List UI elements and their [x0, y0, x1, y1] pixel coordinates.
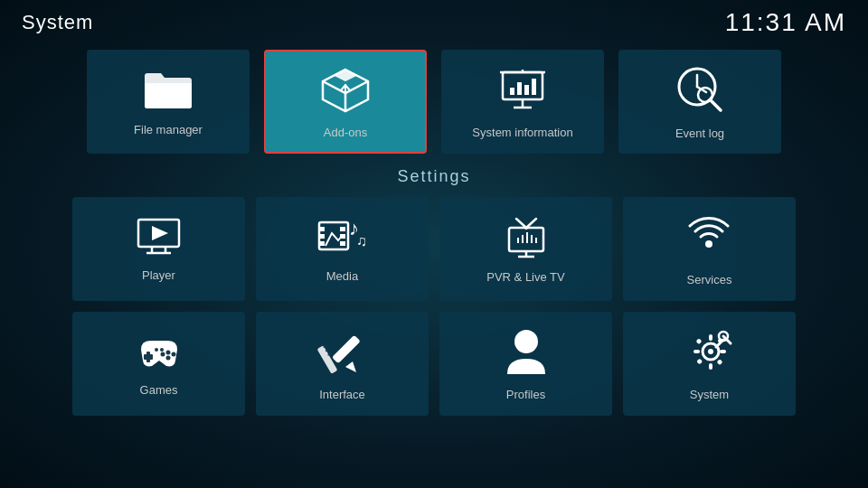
svg-rect-25 — [319, 234, 325, 239]
tile-media[interactable]: ♪ ♫ Media — [256, 197, 429, 301]
svg-rect-7 — [524, 85, 529, 95]
player-label: Player — [142, 268, 175, 282]
svg-point-35 — [524, 226, 528, 230]
film-music-icon: ♪ ♫ — [316, 215, 369, 262]
svg-rect-6 — [517, 82, 522, 95]
header: System 11:31 AM — [0, 0, 868, 45]
svg-rect-45 — [144, 354, 153, 360]
top-row: File manager Add-ons — [72, 50, 796, 154]
svg-rect-67 — [696, 358, 703, 364]
pencil-tools-icon — [316, 327, 369, 380]
gear-wrench-icon — [684, 327, 736, 380]
event-log-label: Event log — [675, 127, 724, 140]
tile-player[interactable]: Player — [72, 197, 245, 301]
svg-rect-5 — [510, 88, 514, 95]
svg-rect-8 — [532, 79, 536, 95]
svg-point-49 — [160, 352, 165, 356]
tile-interface[interactable]: Interface — [256, 312, 429, 416]
add-ons-label: Add-ons — [324, 126, 367, 139]
settings-title: Settings — [72, 167, 796, 186]
svg-line-34 — [526, 219, 536, 228]
file-manager-label: File manager — [134, 123, 203, 136]
tile-services[interactable]: Services — [623, 197, 796, 301]
svg-point-47 — [171, 352, 175, 356]
pvr-live-tv-label: PVR & Live TV — [486, 270, 564, 284]
svg-rect-29 — [340, 241, 345, 246]
svg-rect-24 — [319, 227, 325, 231]
svg-rect-27 — [340, 227, 345, 231]
svg-point-48 — [165, 355, 170, 360]
tile-system-information[interactable]: System information — [441, 50, 604, 154]
games-label: Games — [140, 383, 178, 397]
svg-marker-53 — [345, 361, 356, 372]
services-label: Services — [687, 273, 732, 286]
gamepad-icon — [132, 332, 186, 376]
person-icon — [503, 327, 550, 380]
wifi-broadcast-icon — [684, 212, 734, 266]
svg-point-50 — [155, 348, 158, 352]
profiles-label: Profiles — [506, 388, 545, 401]
svg-marker-19 — [152, 226, 168, 240]
clock-search-icon — [674, 63, 726, 119]
svg-rect-65 — [695, 338, 702, 344]
svg-line-16 — [711, 100, 721, 110]
monitor-play-icon — [134, 217, 184, 261]
folder-icon — [141, 67, 195, 116]
app-title: System — [22, 11, 93, 34]
interface-label: Interface — [319, 388, 365, 401]
svg-rect-4 — [503, 72, 542, 99]
tile-add-ons[interactable]: Add-ons — [264, 50, 427, 154]
svg-line-56 — [326, 349, 328, 351]
settings-grid: Player ♪ ♫ — [72, 197, 796, 416]
settings-section: Settings Player — [72, 167, 796, 416]
svg-point-58 — [514, 330, 538, 353]
svg-point-60 — [708, 349, 713, 354]
tv-antenna-icon — [500, 214, 552, 263]
system-settings-label: System — [690, 388, 729, 401]
svg-point-46 — [165, 350, 170, 354]
svg-rect-66 — [716, 359, 722, 365]
tile-system[interactable]: System — [623, 312, 796, 416]
tile-profiles[interactable]: Profiles — [439, 312, 612, 416]
clock-display: 11:31 AM — [725, 8, 846, 37]
svg-rect-62 — [709, 363, 712, 370]
svg-line-57 — [327, 353, 330, 355]
svg-line-33 — [516, 219, 526, 228]
tile-event-log[interactable]: Event log — [618, 50, 781, 154]
svg-text:♫: ♫ — [356, 233, 367, 249]
tile-file-manager[interactable]: File manager — [87, 50, 250, 154]
svg-rect-61 — [709, 334, 712, 341]
media-label: Media — [326, 269, 358, 283]
svg-rect-64 — [720, 350, 726, 353]
svg-point-51 — [160, 348, 164, 352]
system-information-label: System information — [472, 126, 572, 139]
box-icon — [318, 65, 373, 118]
svg-point-17 — [698, 88, 712, 102]
tile-games[interactable]: Games — [72, 312, 245, 416]
presentation-icon — [495, 65, 550, 118]
svg-line-55 — [323, 345, 326, 347]
tile-pvr-live-tv[interactable]: PVR & Live TV — [439, 197, 612, 301]
svg-marker-2 — [335, 70, 356, 81]
svg-rect-52 — [331, 334, 360, 363]
svg-point-43 — [705, 240, 712, 248]
svg-rect-26 — [319, 241, 325, 246]
svg-rect-63 — [693, 350, 700, 353]
